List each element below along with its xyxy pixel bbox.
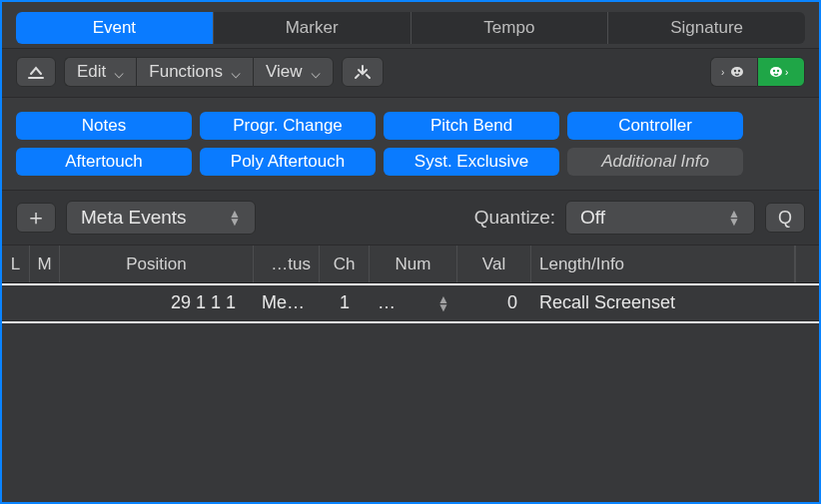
svg-point-1 — [734, 70, 736, 72]
filter-syst-exclusive[interactable]: Syst. Exclusive — [384, 148, 559, 176]
color-palette-in-button[interactable]: › — [710, 57, 757, 87]
insert-row: ＋ Meta Events ▲▼ Quantize: Off ▲▼ Q — [2, 191, 819, 246]
chevron-down-icon: ⌵ — [311, 62, 321, 83]
col-mute[interactable]: M — [30, 246, 60, 282]
col-channel[interactable]: Ch — [320, 246, 370, 282]
col-loop[interactable]: L — [2, 246, 30, 282]
cell-val[interactable]: 0 — [457, 292, 531, 313]
menu-buttons: Edit⌵ Functions⌵ View⌵ — [64, 57, 334, 87]
svg-point-3 — [773, 70, 775, 72]
col-status[interactable]: …tus — [254, 246, 320, 282]
cell-status[interactable]: Me… — [254, 292, 320, 313]
edit-label: Edit — [77, 62, 106, 82]
plus-icon: ＋ — [25, 203, 47, 233]
filter-aftertouch[interactable]: Aftertouch — [16, 148, 192, 176]
midi-in-icon — [353, 64, 373, 80]
tab-tempo[interactable]: Tempo — [411, 12, 609, 44]
event-table-body[interactable]: 29 1 1 1 Me… 1 … ▲▼ 0 Recall Screenset — [2, 285, 819, 502]
filter-controller[interactable]: Controller — [567, 112, 743, 140]
event-list-window: Event Marker Tempo Signature Edit⌵ Funct… — [0, 0, 821, 504]
cell-length-info[interactable]: Recall Screenset — [531, 292, 795, 313]
quantize-label: Quantize: — [474, 207, 555, 229]
edit-menu[interactable]: Edit⌵ — [64, 57, 136, 87]
toolbar: Edit⌵ Functions⌵ View⌵ › › — [2, 49, 819, 98]
view-tabs: Event Marker Tempo Signature — [16, 12, 805, 44]
svg-point-4 — [777, 70, 779, 72]
event-table-header: L M Position …tus Ch Num Val Length/Info — [2, 246, 819, 283]
filter-pitch-bend[interactable]: Pitch Bend — [384, 112, 559, 140]
functions-label: Functions — [149, 62, 223, 82]
filter-poly-aftertouch[interactable]: Poly Aftertouch — [200, 148, 376, 176]
top-tabs-row: Event Marker Tempo Signature — [2, 2, 819, 49]
cell-channel[interactable]: 1 — [320, 292, 370, 313]
col-position[interactable]: Position — [60, 246, 254, 282]
midi-in-button[interactable] — [342, 57, 384, 87]
tab-marker[interactable]: Marker — [214, 12, 411, 44]
event-filter-row: Notes Progr. Change Pitch Bend Controlle… — [2, 98, 819, 191]
functions-menu[interactable]: Functions⌵ — [136, 57, 253, 87]
view-menu[interactable]: View⌵ — [253, 57, 334, 87]
up-arrow-icon — [27, 64, 45, 80]
cell-num-value: … — [378, 292, 396, 313]
stepper-icon[interactable]: ▲▼ — [437, 295, 449, 311]
up-level-button[interactable] — [16, 57, 56, 87]
col-val[interactable]: Val — [457, 246, 531, 282]
event-type-value: Meta Events — [81, 207, 187, 229]
cell-num[interactable]: … ▲▼ — [370, 292, 457, 313]
filter-additional-info[interactable]: Additional Info — [567, 148, 743, 176]
tab-event[interactable]: Event — [16, 12, 214, 44]
filter-program-change[interactable]: Progr. Change — [200, 112, 376, 140]
end-of-list-marker — [2, 321, 819, 323]
svg-text:›: › — [721, 67, 724, 78]
add-event-button[interactable]: ＋ — [16, 203, 56, 233]
col-length-info[interactable]: Length/Info — [531, 246, 795, 282]
svg-text:›: › — [785, 67, 788, 78]
color-palette-out-button[interactable]: › — [757, 57, 805, 87]
table-row[interactable]: 29 1 1 1 Me… 1 … ▲▼ 0 Recall Screenset — [2, 285, 819, 321]
chevron-down-icon: ⌵ — [114, 62, 124, 83]
quantize-select[interactable]: Off ▲▼ — [565, 201, 755, 235]
palette-buttons: › › — [710, 57, 805, 87]
svg-point-2 — [738, 70, 740, 72]
cell-position[interactable]: 29 1 1 1 — [60, 292, 254, 313]
stepper-icon: ▲▼ — [728, 210, 740, 226]
filter-notes[interactable]: Notes — [16, 112, 192, 140]
scrollbar-gutter — [795, 246, 819, 282]
col-num[interactable]: Num — [370, 246, 457, 282]
quantize-apply-button[interactable]: Q — [765, 203, 805, 233]
palette-icon: › — [768, 64, 794, 80]
palette-icon: › — [721, 64, 747, 80]
quantize-value: Off — [580, 207, 605, 229]
event-type-select[interactable]: Meta Events ▲▼ — [66, 201, 256, 235]
stepper-icon: ▲▼ — [229, 210, 241, 226]
view-label: View — [266, 62, 303, 82]
tab-signature[interactable]: Signature — [608, 12, 805, 44]
chevron-down-icon: ⌵ — [231, 62, 241, 83]
